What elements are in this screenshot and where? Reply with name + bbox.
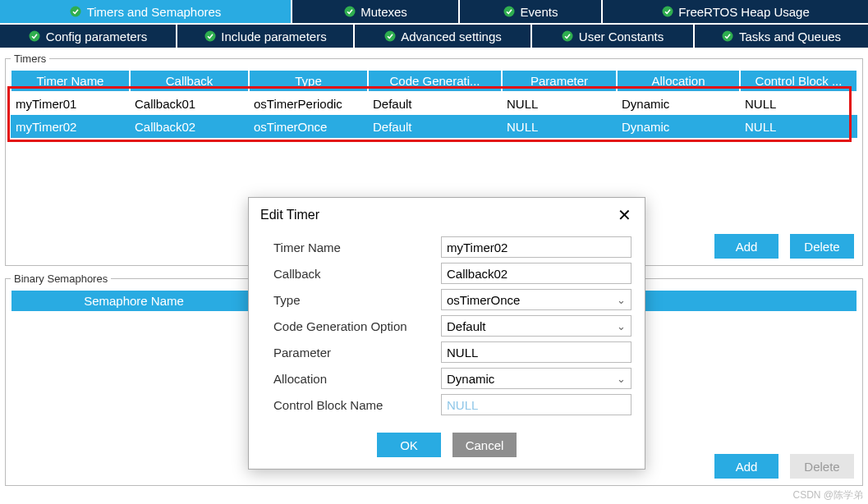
svg-point-6 — [384, 31, 395, 42]
select-value: Dynamic — [447, 372, 494, 386]
check-icon — [661, 6, 673, 18]
tab-tasks-queues[interactable]: Tasks and Queues — [695, 25, 868, 49]
col-callback[interactable]: Callback — [130, 70, 249, 92]
svg-point-3 — [662, 7, 673, 17]
field-codegen: Code Generation Option Default ⌄ — [273, 313, 631, 339]
field-allocation: Allocation Dynamic ⌄ — [273, 365, 631, 392]
tab-label: Mutexes — [361, 5, 407, 19]
timers-buttons: Add Delete — [714, 234, 854, 259]
col-type[interactable]: Type — [249, 70, 368, 92]
field-callback: Callback — [273, 260, 631, 286]
col-allocation[interactable]: Allocation — [617, 70, 740, 92]
field-label: Control Block Name — [273, 398, 438, 412]
chevron-down-icon: ⌄ — [617, 294, 626, 306]
check-icon — [562, 30, 574, 43]
timers-legend: Timers — [11, 53, 49, 65]
dialog-body: Timer Name Callback Type osTimerOnce ⌄ C… — [249, 229, 645, 426]
select-value: Default — [447, 319, 486, 333]
field-label: Type — [273, 293, 438, 307]
cell-type: osTimerOnce — [249, 118, 368, 135]
col-timer-name[interactable]: Timer Name — [11, 70, 130, 92]
parameter-input[interactable] — [441, 341, 631, 363]
tab-label: Config parameters — [46, 30, 147, 44]
tab-config-parameters[interactable]: Config parameters — [0, 25, 177, 49]
table-row[interactable]: myTimer01 Callback01 osTimerPeriodic Def… — [11, 92, 857, 115]
check-icon — [722, 30, 734, 43]
svg-point-5 — [204, 31, 215, 42]
tab-label: Advanced settings — [401, 30, 502, 44]
tab-events[interactable]: Events — [460, 0, 603, 25]
field-label: Callback — [273, 267, 438, 281]
field-label: Allocation — [273, 372, 438, 386]
cell-param: NULL — [502, 118, 617, 135]
field-label: Parameter — [273, 346, 438, 360]
control-block-name-input — [441, 394, 631, 415]
tab-label: User Constants — [579, 30, 664, 44]
timers-header: Timer Name Callback Type Code Generati..… — [11, 70, 857, 92]
field-label: Timer Name — [273, 241, 438, 254]
cell-codegen: Default — [368, 95, 502, 112]
svg-point-2 — [504, 7, 515, 17]
type-select[interactable]: osTimerOnce ⌄ — [441, 289, 631, 310]
tab-timers-semaphores[interactable]: Timers and Semaphores — [0, 0, 292, 25]
check-icon — [29, 30, 41, 43]
timers-table: Timer Name Callback Type Code Generati..… — [11, 70, 857, 138]
col-codegen[interactable]: Code Generati... — [368, 70, 502, 92]
cell-cb: NULL — [740, 95, 857, 112]
tab-label: Timers and Semaphores — [87, 5, 222, 19]
callback-input[interactable] — [441, 263, 631, 284]
cell-cb: NULL — [740, 118, 857, 135]
bsem-buttons: Add Delete — [714, 454, 854, 479]
tab-advanced-settings[interactable]: Advanced settings — [355, 25, 532, 49]
cell-param: NULL — [502, 95, 617, 112]
field-control-block-name: Control Block Name — [273, 392, 631, 418]
svg-point-1 — [344, 7, 355, 17]
cell-alloc: Dynamic — [617, 118, 740, 135]
allocation-select[interactable]: Dynamic ⌄ — [441, 368, 631, 389]
cancel-button[interactable]: Cancel — [452, 433, 517, 457]
bsem-legend: Binary Semaphores — [11, 273, 111, 285]
dialog-titlebar: Edit Timer ✕ — [249, 198, 645, 229]
cell-callback: Callback01 — [130, 95, 249, 112]
tab-label: Tasks and Queues — [739, 30, 841, 44]
add-button[interactable]: Add — [714, 454, 778, 479]
tab-label: Include parameters — [221, 30, 326, 44]
chevron-down-icon: ⌄ — [617, 373, 626, 385]
timer-name-input[interactable] — [441, 236, 631, 258]
tab-include-parameters[interactable]: Include parameters — [177, 25, 355, 49]
check-icon — [383, 30, 396, 43]
field-parameter: Parameter — [273, 339, 631, 365]
watermark: CSDN @陈学弟 — [792, 488, 863, 502]
check-icon — [503, 6, 516, 18]
check-icon — [204, 30, 216, 43]
delete-button[interactable]: Delete — [790, 234, 854, 259]
close-icon[interactable]: ✕ — [615, 206, 633, 224]
svg-point-0 — [71, 7, 81, 17]
tab-label: Events — [521, 5, 558, 19]
cell-alloc: Dynamic — [617, 95, 740, 112]
tab-row-1: Timers and Semaphores Mutexes Events Fre… — [0, 0, 868, 25]
svg-point-4 — [30, 31, 40, 42]
check-icon — [70, 6, 82, 18]
check-icon — [343, 6, 356, 18]
tab-heap-usage[interactable]: FreeRTOS Heap Usage — [603, 0, 868, 25]
col-semaphore-name[interactable]: Semaphore Name — [11, 290, 257, 312]
table-row[interactable]: myTimer02 Callback02 osTimerOnce Default… — [11, 115, 857, 138]
codegen-select[interactable]: Default ⌄ — [441, 315, 631, 337]
tab-user-constants[interactable]: User Constants — [532, 25, 695, 49]
dialog-title: Edit Timer — [260, 208, 319, 222]
cell-name: myTimer01 — [11, 95, 130, 112]
field-type: Type osTimerOnce ⌄ — [273, 286, 631, 313]
col-parameter[interactable]: Parameter — [502, 70, 617, 92]
cell-type: osTimerPeriodic — [249, 95, 368, 112]
add-button[interactable]: Add — [714, 234, 778, 259]
cell-callback: Callback02 — [130, 118, 249, 135]
svg-point-8 — [723, 31, 733, 42]
ok-button[interactable]: OK — [377, 433, 441, 457]
col-control-block[interactable]: Control Block ... — [740, 70, 857, 92]
delete-button: Delete — [790, 454, 854, 479]
tab-mutexes[interactable]: Mutexes — [292, 0, 460, 25]
cell-name: myTimer02 — [11, 118, 130, 135]
svg-point-7 — [563, 31, 573, 42]
edit-timer-dialog: Edit Timer ✕ Timer Name Callback Type os… — [248, 197, 645, 470]
